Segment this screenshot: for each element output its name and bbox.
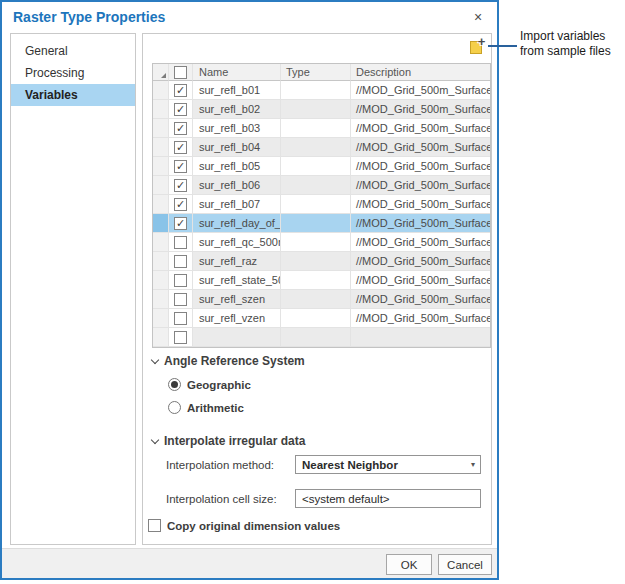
variable-name-cell[interactable]: sur_refl_b02 — [193, 100, 281, 119]
table-row[interactable]: sur_refl_day_of_year //MOD_Grid_500m_Sur… — [153, 214, 490, 233]
row-checkbox[interactable] — [174, 160, 187, 173]
sidebar-item-variables[interactable]: Variables — [11, 84, 135, 106]
column-header-type[interactable]: Type — [281, 64, 351, 81]
row-selector-cell[interactable] — [153, 176, 169, 195]
table-row[interactable]: sur_refl_b05 //MOD_Grid_500m_Surface_Ref… — [153, 157, 490, 176]
interpolation-cellsize-input[interactable] — [295, 489, 481, 508]
radio-option-label: Geographic — [187, 379, 251, 391]
row-checkbox[interactable] — [174, 179, 187, 192]
row-selector-cell[interactable] — [153, 290, 169, 309]
row-checkbox[interactable] — [174, 103, 187, 116]
table-row[interactable]: sur_refl_b02 //MOD_Grid_500m_Surface_Ref… — [153, 100, 490, 119]
variable-name-cell[interactable]: sur_refl_szen — [193, 290, 281, 309]
row-selector-cell[interactable] — [153, 271, 169, 290]
row-checkbox[interactable] — [174, 312, 187, 325]
table-row[interactable]: sur_refl_b04 //MOD_Grid_500m_Surface_Ref… — [153, 138, 490, 157]
row-selector-cell[interactable] — [153, 138, 169, 157]
row-selector-cell[interactable] — [153, 233, 169, 252]
variable-name-cell[interactable] — [193, 328, 281, 347]
row-checkbox[interactable] — [174, 255, 187, 268]
row-checkbox-cell — [169, 233, 193, 252]
table-row[interactable]: sur_refl_vzen //MOD_Grid_500m_Surface_Re… — [153, 309, 490, 328]
callout-line2: from sample files — [520, 44, 611, 59]
row-checkbox[interactable] — [174, 198, 187, 211]
import-variables-button[interactable]: + — [470, 38, 487, 54]
row-checkbox[interactable] — [174, 217, 187, 230]
row-selector-cell[interactable] — [153, 195, 169, 214]
variable-name-cell[interactable]: sur_refl_b04 — [193, 138, 281, 157]
row-checkbox[interactable] — [174, 331, 187, 344]
row-selector-cell[interactable] — [153, 100, 169, 119]
dialog-title: Raster Type Properties — [13, 9, 165, 25]
row-checkbox-cell — [169, 157, 193, 176]
variable-type-cell — [281, 252, 351, 271]
row-checkbox[interactable] — [174, 293, 187, 306]
radio-option-geographic[interactable]: Geographic — [168, 378, 251, 391]
table-row[interactable]: sur_refl_b03 //MOD_Grid_500m_Surface_Ref… — [153, 119, 490, 138]
interpolation-method-dropdown[interactable]: Nearest Neighbor ▾ — [295, 455, 481, 474]
variable-name-cell[interactable]: sur_refl_b07 — [193, 195, 281, 214]
table-row[interactable]: sur_refl_szen //MOD_Grid_500m_Surface_Re… — [153, 290, 490, 309]
select-all-checkbox[interactable] — [174, 66, 187, 79]
table-row[interactable]: sur_refl_b06 //MOD_Grid_500m_Surface_Ref… — [153, 176, 490, 195]
row-selector-cell[interactable] — [153, 309, 169, 328]
table-row[interactable]: sur_refl_b01 //MOD_Grid_500m_Surface_Ref… — [153, 81, 490, 100]
close-icon[interactable]: × — [469, 8, 487, 26]
row-checkbox-cell — [169, 214, 193, 233]
variable-description-cell: //MOD_Grid_500m_Surface_Ref... — [351, 195, 490, 214]
variable-name-cell[interactable]: sur_refl_day_of_year — [193, 214, 281, 233]
sidebar-item-general[interactable]: General — [11, 40, 135, 62]
row-checkbox[interactable] — [174, 274, 187, 287]
row-selector-cell[interactable] — [153, 119, 169, 138]
variable-name-cell[interactable]: sur_refl_b06 — [193, 176, 281, 195]
row-checkbox-cell — [169, 138, 193, 157]
plus-icon: + — [476, 36, 487, 47]
row-selector-cell[interactable] — [153, 157, 169, 176]
variable-description-cell: //MOD_Grid_500m_Surface_Ref... — [351, 309, 490, 328]
variable-name-cell[interactable]: sur_refl_raz — [193, 252, 281, 271]
table-row[interactable]: sur_refl_raz //MOD_Grid_500m_Surface_Ref… — [153, 252, 490, 271]
column-header-description[interactable]: Description — [351, 64, 490, 81]
table-row[interactable] — [153, 328, 490, 347]
row-selector-cell[interactable] — [153, 252, 169, 271]
callout-text: Import variables from sample files — [520, 29, 611, 58]
row-checkbox[interactable] — [174, 84, 187, 97]
screen: Raster Type Properties × General Process… — [0, 0, 625, 584]
interpolate-section-header[interactable]: Interpolate irregular data — [152, 434, 305, 448]
sidebar-item-processing[interactable]: Processing — [11, 62, 135, 84]
row-selector-cell[interactable] — [153, 328, 169, 347]
variable-name-cell[interactable]: sur_refl_qc_500m — [193, 233, 281, 252]
variable-type-cell — [281, 119, 351, 138]
radio-icon — [168, 401, 181, 414]
ok-button[interactable]: OK — [386, 554, 432, 575]
variable-name-cell[interactable]: sur_refl_b03 — [193, 119, 281, 138]
table-row[interactable]: sur_refl_state_500m //MOD_Grid_500m_Surf… — [153, 271, 490, 290]
callout-line1: Import variables — [520, 29, 611, 44]
angle-reference-section-header[interactable]: Angle Reference System — [152, 354, 305, 368]
interpolation-cellsize-label: Interpolation cell size: — [166, 493, 277, 505]
variable-type-cell — [281, 290, 351, 309]
copy-dimension-label: Copy original dimension values — [167, 520, 340, 532]
row-selector-cell[interactable] — [153, 214, 169, 233]
row-checkbox[interactable] — [174, 141, 187, 154]
variable-name-cell[interactable]: sur_refl_state_500m — [193, 271, 281, 290]
row-selector-header[interactable] — [153, 64, 169, 81]
variable-name-cell[interactable]: sur_refl_vzen — [193, 309, 281, 328]
copy-dimension-values-option[interactable]: Copy original dimension values — [148, 519, 340, 532]
variable-name-cell[interactable]: sur_refl_b05 — [193, 157, 281, 176]
radio-option-arithmetic[interactable]: Arithmetic — [168, 401, 244, 414]
row-checkbox[interactable] — [174, 122, 187, 135]
sidebar-item-label: Variables — [25, 88, 78, 102]
select-all-header — [169, 64, 193, 81]
table-row[interactable]: sur_refl_b07 //MOD_Grid_500m_Surface_Ref… — [153, 195, 490, 214]
variable-name-cell[interactable]: sur_refl_b01 — [193, 81, 281, 100]
row-selector-cell[interactable] — [153, 81, 169, 100]
table-header-row: Name Type Description — [153, 64, 490, 81]
radio-icon — [168, 378, 181, 391]
cancel-button[interactable]: Cancel — [438, 554, 492, 575]
row-checkbox[interactable] — [174, 236, 187, 249]
table-row[interactable]: sur_refl_qc_500m //MOD_Grid_500m_Surface… — [153, 233, 490, 252]
column-header-name[interactable]: Name — [193, 64, 281, 81]
variable-type-cell — [281, 176, 351, 195]
row-checkbox-cell — [169, 328, 193, 347]
